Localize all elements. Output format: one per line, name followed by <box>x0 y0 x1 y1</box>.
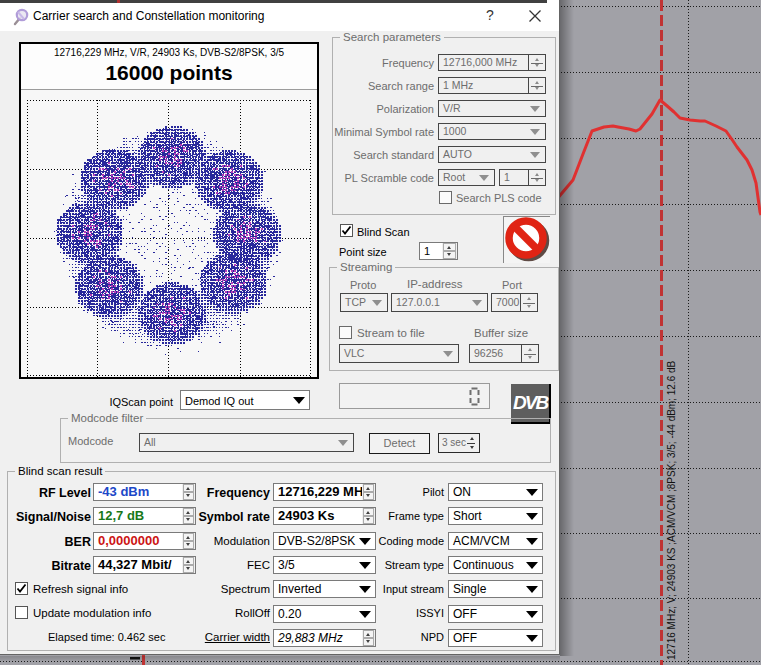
svg-text:12716 MHz; V; 24903 KS ;ACM/VC: 12716 MHz; V; 24903 KS ;ACM/VCM ;8PSK; 3… <box>666 360 677 660</box>
